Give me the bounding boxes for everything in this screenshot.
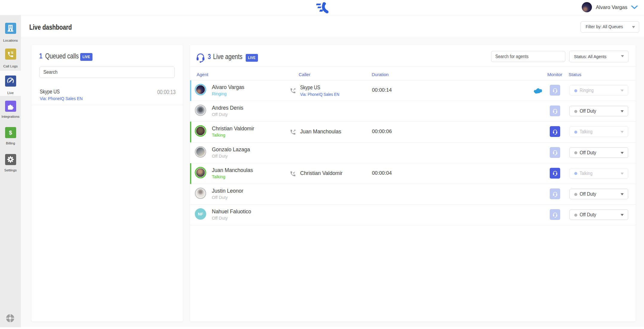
svg-text:$: $ (9, 129, 12, 136)
